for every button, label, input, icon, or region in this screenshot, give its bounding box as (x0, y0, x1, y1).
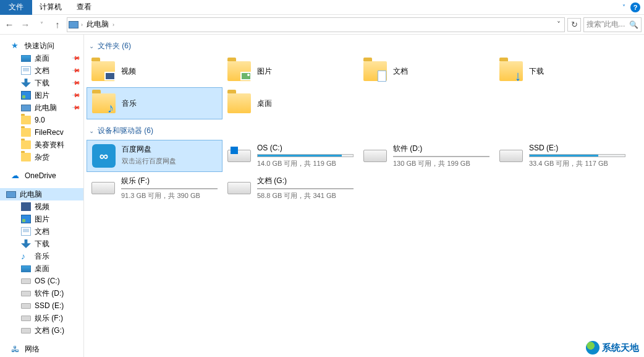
sidebar-item-label: 9.0 (35, 116, 45, 124)
sidebar-drive-g[interactable]: 文档 (G:) (0, 324, 83, 337)
drive-capacity: 14.0 GB 可用，共 119 GB (257, 159, 354, 168)
video-icon (21, 202, 31, 211)
capacity-bar (257, 188, 354, 189)
sidebar-desktop2[interactable]: 桌面 (0, 262, 83, 275)
sidebar-desktop[interactable]: 桌面📌 (0, 52, 83, 64)
sidebar-documents2[interactable]: 文档 (0, 225, 83, 238)
music-overlay-icon: ♪ (108, 101, 114, 115)
sidebar-item-label: 网络 (25, 344, 40, 355)
desktop-icon (21, 55, 31, 62)
sidebar-pictures[interactable]: 图片📌 (0, 89, 83, 101)
sidebar-downloads[interactable]: 下载📌 (0, 77, 83, 89)
sidebar-item-label: 桌面 (35, 53, 49, 64)
forward-button[interactable]: → (19, 18, 32, 32)
search-box[interactable]: 搜索"此电... 🔍 (583, 17, 642, 32)
sidebar-quick-access[interactable]: ★快速访问 (0, 40, 83, 52)
sidebar-item-label: 图片 (35, 90, 49, 101)
up-button[interactable]: ↑ (51, 18, 64, 32)
folder-icon: ↓ (499, 61, 523, 81)
folder-icon (21, 116, 31, 124)
folder-icon (227, 93, 251, 113)
sidebar-videos[interactable]: 视频 (0, 200, 83, 213)
sidebar-item-label: 此电脑 (20, 189, 42, 200)
drive-d[interactable]: 软件 (D:) 130 GB 可用，共 199 GB (358, 140, 494, 172)
sidebar-pictures2[interactable]: 图片 (0, 213, 83, 225)
sidebar-network[interactable]: 🖧网络 (0, 343, 83, 355)
back-button[interactable]: ← (2, 18, 16, 32)
sidebar-drive-d[interactable]: 软件 (D:) (0, 287, 83, 299)
folder-desktop[interactable]: 桌面 (222, 87, 358, 119)
folder-label: 音乐 (122, 98, 137, 109)
folder-videos[interactable]: 视频 (87, 55, 222, 87)
drive-e[interactable]: SSD (E:) 33.4 GB 可用，共 117 GB (494, 140, 630, 172)
drive-icon (21, 316, 31, 321)
drive-baidu[interactable]: ∞ 百度网盘 双击运行百度网盘 (87, 140, 222, 172)
sidebar-this-pc-pinned[interactable]: 此电脑📌 (0, 101, 83, 114)
capacity-bar (393, 156, 489, 157)
pin-icon: 📌 (72, 54, 81, 63)
drive-c[interactable]: OS (C:) 14.0 GB 可用，共 119 GB (222, 140, 358, 172)
sidebar-onedrive[interactable]: ☁OneDrive (0, 170, 83, 182)
search-icon: 🔍 (629, 20, 638, 29)
drive-f[interactable]: 娱乐 (F:) 91.3 GB 可用，共 390 GB (87, 172, 222, 204)
sidebar-item-label: SSD (E:) (35, 301, 64, 310)
address-bar[interactable]: › 此电脑 › ˅ (67, 17, 565, 32)
folder-documents[interactable]: 文档 (358, 55, 494, 87)
pc-icon (6, 191, 16, 198)
breadcrumb-sep-icon: › (112, 22, 114, 28)
sidebar-this-pc[interactable]: 此电脑 (0, 188, 83, 200)
drive-icon (21, 328, 31, 333)
watermark-icon (586, 341, 600, 355)
sidebar-downloads2[interactable]: 下载 (0, 238, 83, 250)
folder-icon (363, 61, 387, 81)
breadcrumb[interactable]: 此电脑 (85, 19, 110, 30)
folder-pictures[interactable]: 图片 (222, 55, 358, 87)
watermark: 系统天地 (586, 341, 639, 355)
group-header-folders[interactable]: ⌄ 文件夹 (6) (87, 40, 642, 55)
folder-icon (91, 61, 115, 81)
refresh-button[interactable]: ↻ (567, 18, 581, 32)
ribbon-expand-icon[interactable]: ˅ (622, 4, 625, 11)
menu-computer[interactable]: 计算机 (32, 0, 69, 15)
sidebar-documents[interactable]: 文档📌 (0, 64, 83, 77)
folder-icon (21, 128, 31, 137)
network-icon: 🖧 (11, 345, 21, 353)
sidebar-drive-f[interactable]: 娱乐 (F:) (0, 312, 83, 324)
sidebar-zahuo[interactable]: 杂货 (0, 151, 83, 163)
sidebar-drive-e[interactable]: SSD (E:) (0, 299, 83, 312)
drive-label: 软件 (D:) (393, 144, 489, 154)
navigation-bar: ← → ˅ ↑ › 此电脑 › ˅ ↻ 搜索"此电... 🔍 (0, 15, 644, 35)
pin-icon: 📌 (72, 66, 81, 75)
menubar: 文件 计算机 查看 ˅ ? (0, 0, 644, 15)
pin-icon: 📌 (72, 91, 81, 100)
history-dropdown[interactable]: ˅ (35, 18, 48, 32)
menu-file[interactable]: 文件 (0, 0, 32, 15)
folder-downloads[interactable]: ↓下载 (494, 55, 630, 87)
help-icon[interactable]: ? (630, 2, 640, 12)
sidebar-item-label: OneDrive (25, 171, 56, 180)
folder-icon: ♪ (92, 93, 116, 113)
video-overlay-icon (104, 72, 116, 80)
sidebar-music[interactable]: ♪音乐 (0, 250, 83, 262)
folder-icon (21, 153, 31, 161)
drive-label: 娱乐 (F:) (121, 176, 218, 186)
menu-view[interactable]: 查看 (69, 0, 99, 15)
music-icon: ♪ (21, 252, 31, 260)
address-dropdown-icon[interactable]: ˅ (557, 20, 561, 29)
sidebar-drive-c[interactable]: OS (C:) (0, 275, 83, 287)
sidebar-filerecv[interactable]: FileRecv (0, 126, 83, 139)
sidebar-meisai[interactable]: 美赛资料 (0, 139, 83, 151)
sidebar-folder-90[interactable]: 9.0 (0, 114, 83, 126)
sidebar-item-label: 图片 (35, 214, 49, 225)
group-header-drives[interactable]: ⌄ 设备和驱动器 (6) (87, 124, 642, 140)
folder-music[interactable]: ♪音乐 (87, 87, 222, 119)
document-icon (21, 66, 31, 75)
capacity-bar (257, 154, 354, 157)
sidebar-item-label: 杂货 (35, 152, 49, 163)
sidebar-item-label: 娱乐 (F:) (35, 313, 63, 324)
breadcrumb-sep-icon: › (81, 22, 83, 28)
drive-label: 文档 (G:) (257, 176, 354, 186)
sidebar-item-label: OS (C:) (35, 277, 60, 285)
drive-g[interactable]: 文档 (G:) 58.8 GB 可用，共 341 GB (222, 172, 358, 204)
drive-icon (227, 144, 251, 162)
